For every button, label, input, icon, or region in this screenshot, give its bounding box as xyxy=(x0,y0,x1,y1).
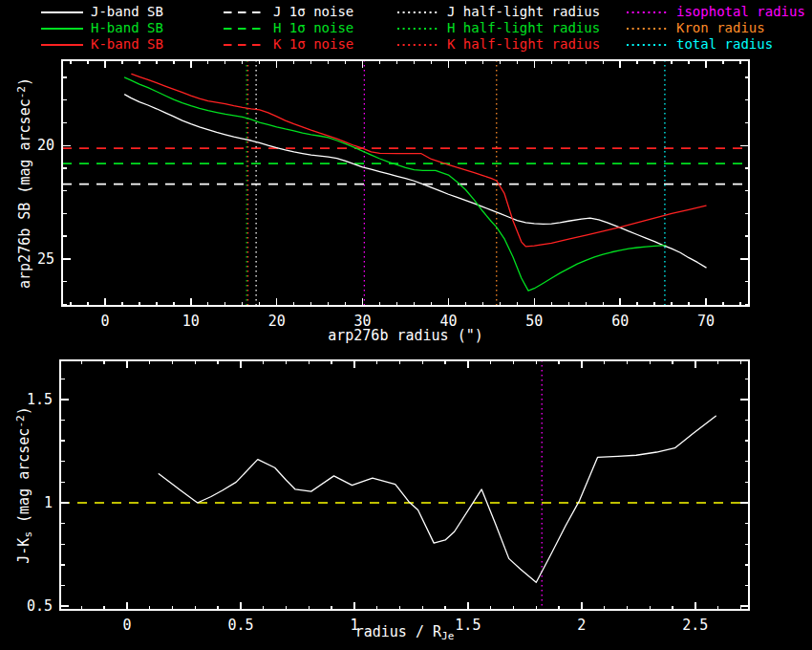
sb-profile-frame xyxy=(62,60,749,306)
sb-profile-ticks xyxy=(62,60,749,306)
dashed-line-sample xyxy=(223,41,267,49)
x-tick-label: 2 xyxy=(577,617,586,634)
dotted-line-sample xyxy=(396,25,440,32)
legend-item: K-band SB xyxy=(40,36,163,53)
legend-item-label: total radius xyxy=(676,36,773,53)
legend-item-label: K half-light radius xyxy=(447,36,600,53)
dotted-line-sample xyxy=(626,41,670,49)
figure: J-band SB H-band SB K-band SB J 1σ noise… xyxy=(0,0,812,650)
x-tick-label: 0 xyxy=(100,313,109,330)
solid-line-sample xyxy=(40,9,84,16)
legend-item: H 1σ noise xyxy=(223,20,353,36)
color-profile-plot: 00.511.522.50.511.5radius / RJeJ-Ks (mag… xyxy=(14,360,749,642)
sb-profile-data-area xyxy=(62,60,749,306)
legend-item-label: isophotal radius xyxy=(676,4,805,20)
series-J-Ks-color xyxy=(159,416,716,582)
legend-item-label: H 1σ noise xyxy=(273,20,353,36)
color-profile-data-area xyxy=(60,360,749,610)
legend-item-label: H half-light radius xyxy=(447,20,600,36)
sb-profile-plot: 0102030405060702025arp276b radius (")arp… xyxy=(15,60,749,344)
legend-column-radii: isophotal radius Kron radius total radiu… xyxy=(626,4,805,53)
legend-item-label: K 1σ noise xyxy=(273,36,353,53)
legend-item-label: J half-light radius xyxy=(447,4,600,20)
legend-column-noise: J 1σ noise H 1σ noise K 1σ noise xyxy=(223,4,353,53)
y-tick-label: 1.5 xyxy=(27,391,53,408)
legend-item: H-band SB xyxy=(40,20,163,36)
legend-item: K 1σ noise xyxy=(223,36,353,53)
legend-item-label: K-band SB xyxy=(91,36,163,53)
y-tick-label: 0.5 xyxy=(27,597,53,615)
legend-item-label: J 1σ noise xyxy=(273,4,353,20)
solid-line-sample xyxy=(40,25,84,32)
legend-item-label: J-band SB xyxy=(91,4,163,20)
color-profile-x-axis-label: radius / RJe xyxy=(355,623,455,642)
legend: J-band SB H-band SB K-band SB J 1σ noise… xyxy=(0,4,812,57)
legend-item: Kron radius xyxy=(626,20,805,36)
legend-item: total radius xyxy=(626,36,805,53)
series-J-band-SB xyxy=(125,95,706,268)
y-tick-label: 1 xyxy=(44,494,53,511)
x-tick-label: 60 xyxy=(611,313,629,330)
dashed-line-sample xyxy=(223,9,267,16)
sb-profile-x-axis-label: arp276b radius (") xyxy=(328,327,483,344)
dotted-line-sample xyxy=(626,9,670,16)
x-tick-label: 20 xyxy=(268,313,286,330)
legend-item: K half-light radius xyxy=(396,36,600,53)
color-profile-frame xyxy=(60,360,749,610)
y-tick-label: 25 xyxy=(37,250,54,268)
dotted-line-sample xyxy=(396,9,440,16)
dotted-line-sample xyxy=(626,25,670,32)
legend-item: J-band SB xyxy=(40,4,163,20)
plots-canvas: 0102030405060702025arp276b radius (")arp… xyxy=(0,0,812,650)
legend-item-label: Kron radius xyxy=(676,20,765,36)
x-tick-label: 1.5 xyxy=(455,617,481,634)
x-tick-label: 10 xyxy=(182,313,200,330)
legend-column-band-sb: J-band SB H-band SB K-band SB xyxy=(40,4,163,53)
color-profile-ticks xyxy=(60,360,749,610)
x-tick-label: 70 xyxy=(697,313,715,330)
dashed-line-sample xyxy=(223,25,267,32)
x-tick-label: 0 xyxy=(122,617,131,634)
series-K-band-SB xyxy=(132,74,706,246)
x-tick-label: 50 xyxy=(525,313,543,330)
x-tick-label: 2.5 xyxy=(682,617,708,634)
legend-item: J 1σ noise xyxy=(223,4,353,20)
sb-profile-y-axis-label: arp276b SB (mag arcsec-2) xyxy=(15,77,33,289)
legend-item: H half-light radius xyxy=(396,20,600,36)
y-tick-label: 20 xyxy=(37,137,54,154)
dotted-line-sample xyxy=(396,41,440,49)
solid-line-sample xyxy=(40,41,84,49)
color-profile-y-axis-label: J-Ks (mag arcsec-2) xyxy=(14,406,34,563)
legend-item-label: H-band SB xyxy=(91,20,163,36)
legend-column-half-light: J half-light radius H half-light radius … xyxy=(396,4,600,53)
x-tick-label: 0.5 xyxy=(227,617,253,634)
legend-item: J half-light radius xyxy=(396,4,600,20)
legend-item: isophotal radius xyxy=(626,4,805,20)
